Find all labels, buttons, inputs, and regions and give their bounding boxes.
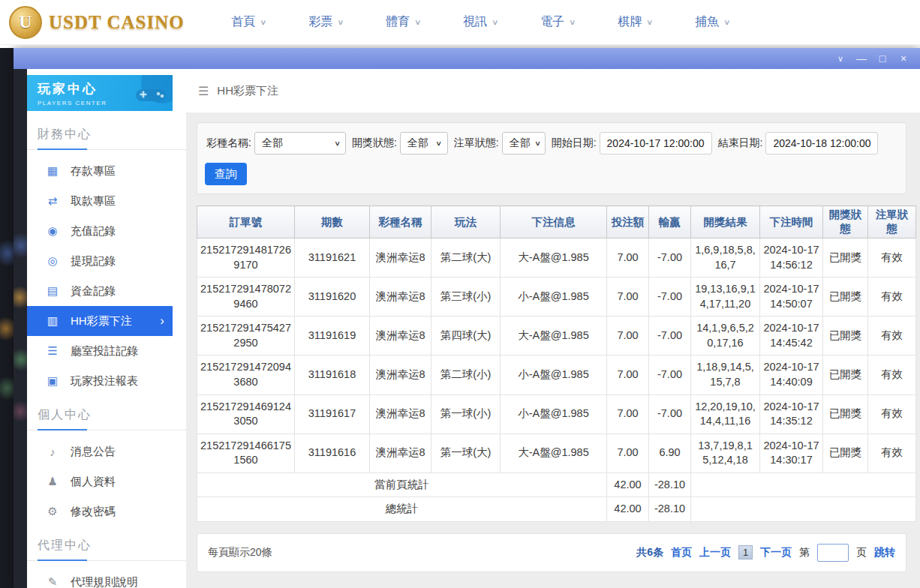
sidebar-item-label: 充值記錄 (71, 224, 116, 238)
table-cell: 13,7,19,8,15,12,4,18 (691, 434, 760, 472)
close-icon[interactable]: × (893, 50, 914, 67)
nav-item-slots[interactable]: 電子∨ (519, 14, 597, 30)
order-status-select[interactable]: 全部 ∨ (502, 132, 546, 154)
main-menu: 首頁∨彩票∨體育∨視訊∨電子∨棋牌∨捕魚∨ (188, 14, 920, 30)
lottery-name-value: 全部 (262, 136, 283, 150)
jump-prefix-label: 第 (799, 546, 810, 560)
search-button[interactable]: 查詢 (205, 163, 247, 185)
table-header-row: 訂單號期數彩種名稱玩法下注信息投注額輸贏開獎結果下注時間開獎狀態注單狀態 (197, 206, 916, 238)
table-cell: 1,18,9,14,5,15,7,8 (691, 356, 760, 394)
sidebar-item-hh-lottery-bets[interactable]: ▥HH彩票下注› (27, 306, 173, 336)
nav-item-label: 視訊 (463, 14, 487, 30)
nav-item-poker[interactable]: 棋牌∨ (597, 14, 674, 30)
chevron-down-icon: ∨ (436, 140, 443, 146)
chevron-down-icon[interactable]: ∨ (830, 50, 851, 67)
sidebar-item-label: 資金記錄 (71, 284, 116, 298)
casino-background-image (14, 69, 27, 588)
table-row: 215217291466175156031191616澳洲幸运8第一球(大)大-… (197, 434, 916, 472)
chevron-down-icon: ∨ (492, 18, 499, 26)
sidebar-item-label: 個人資料 (71, 475, 116, 489)
table-cell: 2024-10-17 14:30:17 (760, 434, 823, 472)
order-status-label: 注單狀態: (454, 136, 499, 150)
table-row: 215217291478072946031191620澳洲幸运8第三球(小)小-… (197, 278, 916, 316)
withdraw-icon: ⇄ (46, 194, 59, 208)
content-area: 彩種名稱: 全部 ∨ 開獎狀態: 全部 ∨ 注單狀態: 全部 (186, 112, 920, 588)
menu-toggle-icon[interactable]: ☰ (198, 84, 209, 98)
summary-win-loss: -28.10 (649, 472, 691, 497)
chevron-down-icon: ∨ (414, 18, 422, 26)
table-cell: 大-A盤@1.985 (501, 316, 607, 356)
sidebar-item-password[interactable]: ⚙修改密碼 (27, 496, 173, 526)
table-cell: 第二球(大) (431, 238, 501, 278)
jump-button[interactable]: 跳转 (874, 546, 895, 560)
page-jump-input[interactable] (817, 544, 849, 562)
minimize-icon[interactable]: — (851, 50, 872, 67)
table-cell: 澳洲幸运8 (370, 316, 431, 356)
column-header: 輸贏 (649, 206, 691, 238)
table-cell: 澳洲幸运8 (370, 238, 431, 278)
current-page-button[interactable]: 1 (738, 545, 753, 560)
nav-item-lottery[interactable]: 彩票∨ (287, 14, 365, 30)
table-cell: 有效 (868, 238, 916, 278)
end-date-input[interactable]: 2024-10-18 12:00:00 (765, 132, 878, 154)
table-row: 215217291469124305031191617澳洲幸运8第一球(小)小-… (197, 394, 916, 434)
table-cell: 第一球(大) (431, 434, 501, 472)
nav-item-home[interactable]: 首頁∨ (210, 14, 287, 30)
sidebar-item-hall-bet-log[interactable]: ☰廳室投註記錄 (27, 336, 173, 366)
sidebar-item-funds-log[interactable]: ▤資金記錄 (27, 276, 173, 306)
column-header: 下注信息 (501, 206, 607, 238)
draw-status-value: 全部 (407, 136, 428, 150)
sidebar-item-withdraw[interactable]: ⇄取款專區 (27, 186, 173, 216)
lottery-bet-icon: ▥ (46, 314, 59, 328)
start-date-input[interactable]: 2024-10-17 12:00:00 (600, 132, 712, 154)
sidebar-section-title: 代理中心 (27, 526, 186, 561)
logo-icon: U (9, 6, 42, 39)
sidebar-item-announcements[interactable]: ♪消息公告 (27, 436, 173, 466)
sidebar-item-agent-rules[interactable]: ✎代理規則說明 (27, 567, 173, 588)
table-cell: 31191616 (295, 434, 370, 472)
maximize-icon[interactable]: □ (872, 50, 893, 67)
nav-item-fishing[interactable]: 捕魚∨ (674, 14, 751, 30)
summary-win-loss: -28.10 (649, 497, 691, 522)
summary-empty (691, 472, 916, 497)
main-content: ☰ HH彩票下注 彩種名稱: 全部 ∨ 開獎狀態: 全部 ∨ (186, 69, 920, 588)
prev-page-link[interactable]: 上一页 (699, 546, 731, 560)
table-cell: 澳洲幸运8 (370, 394, 431, 434)
next-page-link[interactable]: 下一页 (760, 546, 792, 560)
order-status-value: 全部 (510, 136, 531, 150)
first-page-link[interactable]: 首页 (671, 546, 692, 560)
table-row: 215217291475427295031191619澳洲幸运8第四球(大)大-… (197, 316, 916, 356)
sidebar-item-player-report[interactable]: ▣玩家投注報表 (27, 366, 173, 396)
table-cell: -7.00 (649, 238, 691, 278)
table-cell: 7.00 (607, 394, 649, 434)
table-cell: 12,20,19,10,14,4,11,16 (691, 394, 760, 434)
table-cell: 有效 (868, 394, 916, 434)
table-cell: 大-A盤@1.985 (501, 238, 607, 278)
sidebar-item-recharge-log[interactable]: ◉充值記錄 (27, 216, 173, 246)
column-header: 開獎狀態 (823, 206, 868, 238)
page-header: ☰ HH彩票下注 (186, 69, 920, 112)
draw-status-select[interactable]: 全部 ∨ (400, 132, 448, 154)
column-header: 注單狀態 (868, 206, 916, 238)
sidebar-item-cashout-log[interactable]: ◎提現記錄 (27, 246, 173, 276)
nav-item-live[interactable]: 視訊∨ (442, 14, 519, 30)
table-cell: 已開獎 (823, 394, 868, 434)
lottery-name-select[interactable]: 全部 ∨ (254, 132, 346, 154)
nav-item-sports[interactable]: 體育∨ (365, 14, 442, 30)
site-logo[interactable]: U USDT CASINO (9, 6, 188, 39)
table-cell: 31191617 (295, 394, 370, 434)
chevron-down-icon: ∨ (260, 18, 267, 26)
sidebar-item-label: 代理規則說明 (71, 575, 138, 588)
player-center-window: ∨—□× 玩家中心 PLAYERS CENTER 財務中心▦存款專區⇄取款專區◉… (14, 48, 920, 588)
sidebar-item-profile[interactable]: ♟個人資料 (27, 466, 173, 496)
table-cell: 有效 (868, 316, 916, 356)
table-cell: 已開獎 (823, 316, 868, 356)
table-cell: 7.00 (607, 356, 649, 394)
total-count-text: 共6条 (636, 546, 663, 560)
chevron-down-icon: ∨ (723, 18, 731, 26)
hall-record-icon: ☰ (46, 344, 59, 358)
start-date-value: 2024-10-17 12:00:00 (607, 137, 705, 149)
table-cell: 有效 (868, 434, 916, 472)
sidebar-item-deposit[interactable]: ▦存款專區 (27, 156, 173, 186)
draw-status-label: 開獎狀態: (352, 136, 397, 150)
